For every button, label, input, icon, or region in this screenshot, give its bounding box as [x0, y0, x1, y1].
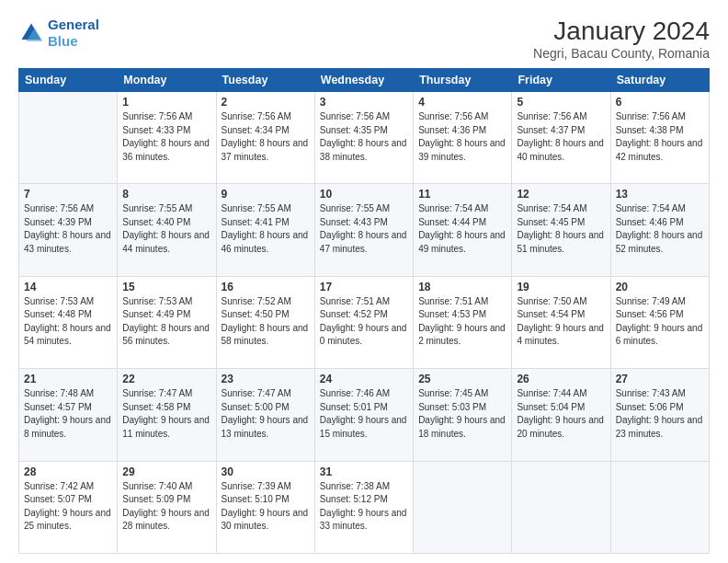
- main-title: January 2024: [533, 17, 710, 46]
- subtitle: Negri, Bacau County, Romania: [533, 46, 710, 61]
- day-number: 9: [222, 188, 310, 201]
- day-info: Sunrise: 7:55 AMSunset: 4:41 PMDaylight:…: [222, 202, 310, 256]
- day-number: 2: [222, 96, 310, 109]
- calendar-cell: 21Sunrise: 7:48 AMSunset: 4:57 PMDayligh…: [19, 369, 118, 461]
- calendar-cell: 11Sunrise: 7:54 AMSunset: 4:44 PMDayligh…: [414, 184, 512, 276]
- calendar-cell: 1Sunrise: 7:56 AMSunset: 4:33 PMDaylight…: [118, 92, 216, 184]
- day-info: Sunrise: 7:47 AMSunset: 4:58 PMDaylight:…: [122, 387, 210, 441]
- calendar-cell: 24Sunrise: 7:46 AMSunset: 5:01 PMDayligh…: [314, 369, 413, 461]
- day-info: Sunrise: 7:53 AMSunset: 4:49 PMDaylight:…: [122, 295, 210, 349]
- calendar-cell: 18Sunrise: 7:51 AMSunset: 4:53 PMDayligh…: [414, 276, 512, 368]
- day-info: Sunrise: 7:52 AMSunset: 4:50 PMDaylight:…: [222, 295, 310, 349]
- day-info: Sunrise: 7:49 AMSunset: 4:56 PMDaylight:…: [616, 295, 704, 349]
- day-info: Sunrise: 7:54 AMSunset: 4:44 PMDaylight:…: [418, 202, 506, 256]
- day-number: 18: [418, 281, 506, 293]
- logo-line1: General: [48, 17, 99, 32]
- week-row: 7Sunrise: 7:56 AMSunset: 4:39 PMDaylight…: [19, 184, 710, 276]
- day-number: 14: [24, 281, 112, 293]
- day-info: Sunrise: 7:51 AMSunset: 4:52 PMDaylight:…: [320, 295, 408, 349]
- calendar-cell: 12Sunrise: 7:54 AMSunset: 4:45 PMDayligh…: [512, 184, 610, 276]
- day-number: 31: [320, 465, 408, 478]
- day-number: 25: [418, 373, 506, 385]
- day-number: 28: [24, 465, 112, 478]
- calendar-cell: [512, 461, 610, 553]
- calendar-cell: [610, 461, 709, 553]
- calendar-cell: 5Sunrise: 7:56 AMSunset: 4:37 PMDaylight…: [512, 92, 610, 184]
- calendar-cell: 8Sunrise: 7:55 AMSunset: 4:40 PMDaylight…: [118, 184, 216, 276]
- calendar-cell: 22Sunrise: 7:47 AMSunset: 4:58 PMDayligh…: [118, 369, 216, 461]
- day-info: Sunrise: 7:47 AMSunset: 5:00 PMDaylight:…: [222, 387, 310, 441]
- header-day: Sunday: [19, 69, 118, 92]
- day-info: Sunrise: 7:42 AMSunset: 5:07 PMDaylight:…: [24, 480, 112, 534]
- logo: General Blue: [18, 17, 99, 50]
- week-row: 1Sunrise: 7:56 AMSunset: 4:33 PMDaylight…: [19, 92, 710, 184]
- calendar-cell: 6Sunrise: 7:56 AMSunset: 4:38 PMDaylight…: [610, 92, 709, 184]
- calendar-cell: 19Sunrise: 7:50 AMSunset: 4:54 PMDayligh…: [512, 276, 610, 368]
- header-day: Friday: [512, 69, 610, 92]
- day-number: 8: [122, 188, 210, 201]
- calendar-cell: 25Sunrise: 7:45 AMSunset: 5:03 PMDayligh…: [414, 369, 512, 461]
- calendar-cell: 4Sunrise: 7:56 AMSunset: 4:36 PMDaylight…: [414, 92, 512, 184]
- day-number: 11: [418, 188, 506, 201]
- calendar-cell: 14Sunrise: 7:53 AMSunset: 4:48 PMDayligh…: [19, 276, 118, 368]
- day-info: Sunrise: 7:55 AMSunset: 4:43 PMDaylight:…: [320, 202, 408, 256]
- day-number: 24: [320, 373, 408, 385]
- day-number: 7: [24, 188, 112, 201]
- calendar-cell: 13Sunrise: 7:54 AMSunset: 4:46 PMDayligh…: [610, 184, 709, 276]
- day-number: 22: [122, 373, 210, 385]
- calendar-cell: 3Sunrise: 7:56 AMSunset: 4:35 PMDaylight…: [314, 92, 413, 184]
- header: General Blue January 2024 Negri, Bacau C…: [18, 17, 710, 61]
- calendar-page: General Blue January 2024 Negri, Bacau C…: [0, 0, 728, 563]
- calendar-cell: 29Sunrise: 7:40 AMSunset: 5:09 PMDayligh…: [118, 461, 216, 553]
- title-block: January 2024 Negri, Bacau County, Romani…: [533, 17, 710, 61]
- calendar-cell: 20Sunrise: 7:49 AMSunset: 4:56 PMDayligh…: [610, 276, 709, 368]
- calendar-cell: 16Sunrise: 7:52 AMSunset: 4:50 PMDayligh…: [216, 276, 314, 368]
- day-number: 27: [616, 373, 704, 385]
- day-info: Sunrise: 7:45 AMSunset: 5:03 PMDaylight:…: [418, 387, 506, 441]
- calendar-table: SundayMondayTuesdayWednesdayThursdayFrid…: [18, 68, 710, 554]
- logo-icon: [18, 20, 44, 46]
- week-row: 28Sunrise: 7:42 AMSunset: 5:07 PMDayligh…: [19, 461, 710, 553]
- day-info: Sunrise: 7:53 AMSunset: 4:48 PMDaylight:…: [24, 295, 112, 349]
- day-number: 12: [517, 188, 605, 201]
- day-number: 21: [24, 373, 112, 385]
- calendar-cell: 30Sunrise: 7:39 AMSunset: 5:10 PMDayligh…: [216, 461, 314, 553]
- header-day: Saturday: [610, 69, 709, 92]
- day-info: Sunrise: 7:46 AMSunset: 5:01 PMDaylight:…: [320, 387, 408, 441]
- day-info: Sunrise: 7:50 AMSunset: 4:54 PMDaylight:…: [517, 295, 605, 349]
- calendar-cell: 28Sunrise: 7:42 AMSunset: 5:07 PMDayligh…: [19, 461, 118, 553]
- day-info: Sunrise: 7:56 AMSunset: 4:39 PMDaylight:…: [24, 202, 112, 256]
- day-info: Sunrise: 7:43 AMSunset: 5:06 PMDaylight:…: [616, 387, 704, 441]
- day-number: 13: [616, 188, 704, 201]
- week-row: 14Sunrise: 7:53 AMSunset: 4:48 PMDayligh…: [19, 276, 710, 368]
- calendar-cell: [414, 461, 512, 553]
- day-number: 20: [616, 281, 704, 293]
- calendar-cell: 2Sunrise: 7:56 AMSunset: 4:34 PMDaylight…: [216, 92, 314, 184]
- header-day: Wednesday: [314, 69, 413, 92]
- logo-line2: Blue: [48, 33, 99, 50]
- header-day: Tuesday: [216, 69, 314, 92]
- day-info: Sunrise: 7:39 AMSunset: 5:10 PMDaylight:…: [222, 480, 310, 534]
- day-number: 1: [122, 96, 210, 109]
- calendar-cell: 27Sunrise: 7:43 AMSunset: 5:06 PMDayligh…: [610, 369, 709, 461]
- day-info: Sunrise: 7:55 AMSunset: 4:40 PMDaylight:…: [122, 202, 210, 256]
- day-number: 5: [517, 96, 605, 109]
- day-number: 3: [320, 96, 408, 109]
- calendar-cell: 31Sunrise: 7:38 AMSunset: 5:12 PMDayligh…: [314, 461, 413, 553]
- day-info: Sunrise: 7:56 AMSunset: 4:34 PMDaylight:…: [222, 110, 310, 164]
- day-number: 4: [418, 96, 506, 109]
- day-info: Sunrise: 7:54 AMSunset: 4:45 PMDaylight:…: [517, 202, 605, 256]
- calendar-cell: 9Sunrise: 7:55 AMSunset: 4:41 PMDaylight…: [216, 184, 314, 276]
- day-number: 26: [517, 373, 605, 385]
- day-info: Sunrise: 7:54 AMSunset: 4:46 PMDaylight:…: [616, 202, 704, 256]
- day-info: Sunrise: 7:40 AMSunset: 5:09 PMDaylight:…: [122, 480, 210, 534]
- day-number: 17: [320, 281, 408, 293]
- calendar-cell: [19, 92, 118, 184]
- logo-text: General Blue: [48, 17, 99, 50]
- day-info: Sunrise: 7:38 AMSunset: 5:12 PMDaylight:…: [320, 480, 408, 534]
- day-number: 23: [222, 373, 310, 385]
- day-info: Sunrise: 7:56 AMSunset: 4:37 PMDaylight:…: [517, 110, 605, 164]
- calendar-cell: 26Sunrise: 7:44 AMSunset: 5:04 PMDayligh…: [512, 369, 610, 461]
- week-row: 21Sunrise: 7:48 AMSunset: 4:57 PMDayligh…: [19, 369, 710, 461]
- calendar-cell: 15Sunrise: 7:53 AMSunset: 4:49 PMDayligh…: [118, 276, 216, 368]
